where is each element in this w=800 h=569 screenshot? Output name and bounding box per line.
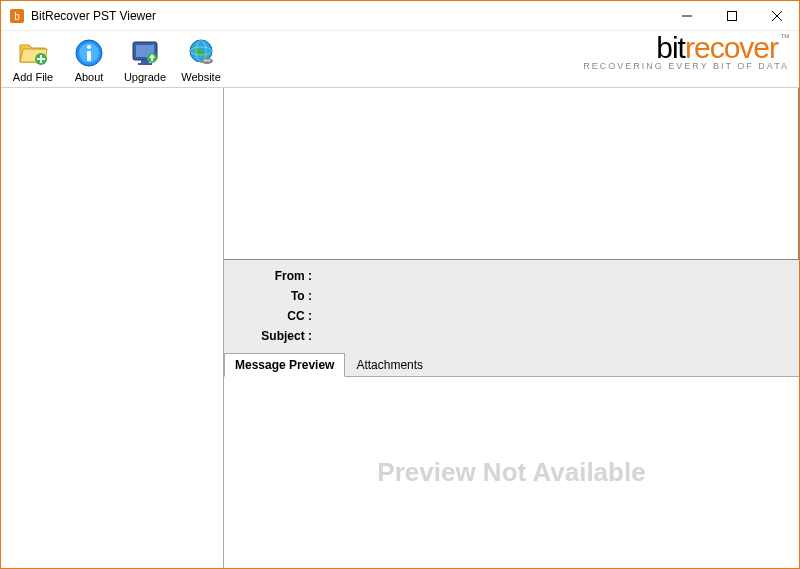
close-button[interactable] xyxy=(754,1,799,30)
brand-tagline: RECOVERING EVERY BIT OF DATA xyxy=(583,61,789,71)
to-value xyxy=(316,286,799,306)
brand-logo: bitrecover™ RECOVERING EVERY BIT OF DATA xyxy=(583,33,789,71)
brand-recover: recover xyxy=(685,31,778,64)
maximize-button[interactable] xyxy=(709,1,754,30)
subject-value xyxy=(316,326,799,346)
website-button[interactable]: Website xyxy=(173,35,229,83)
to-label: To : xyxy=(224,286,316,306)
toolbar: Add File About Upgrade xyxy=(1,31,799,87)
svg-rect-23 xyxy=(203,59,211,62)
upgrade-label: Upgrade xyxy=(124,71,166,83)
info-icon xyxy=(73,37,105,69)
cc-value xyxy=(316,306,799,326)
svg-rect-12 xyxy=(87,51,91,61)
brand-bit: bit xyxy=(656,31,685,64)
tabs: Message Preview Attachments xyxy=(224,352,799,377)
title-bar: b BitRecover PST Viewer xyxy=(1,1,799,31)
from-value xyxy=(316,266,799,286)
from-label: From : xyxy=(224,266,316,286)
svg-rect-16 xyxy=(138,63,152,65)
main-area: From : To : CC : Subject : Message Previ… xyxy=(1,87,799,568)
preview-panel: Preview Not Available xyxy=(224,377,799,568)
svg-text:b: b xyxy=(14,11,20,22)
about-button[interactable]: About xyxy=(61,35,117,83)
website-label: Website xyxy=(181,71,221,83)
subject-label: Subject : xyxy=(224,326,316,346)
from-row: From : xyxy=(224,266,799,286)
to-row: To : xyxy=(224,286,799,306)
message-headers: From : To : CC : Subject : xyxy=(224,260,799,352)
folder-add-icon xyxy=(17,37,49,69)
window-title: BitRecover PST Viewer xyxy=(31,9,664,23)
svg-point-11 xyxy=(87,45,91,49)
add-file-button[interactable]: Add File xyxy=(5,35,61,83)
right-panel: From : To : CC : Subject : Message Previ… xyxy=(224,88,799,568)
cc-row: CC : xyxy=(224,306,799,326)
upgrade-button[interactable]: Upgrade xyxy=(117,35,173,83)
minimize-button[interactable] xyxy=(664,1,709,30)
add-file-label: Add File xyxy=(13,71,53,83)
message-list-panel[interactable] xyxy=(224,88,799,260)
subject-row: Subject : xyxy=(224,326,799,346)
preview-placeholder: Preview Not Available xyxy=(377,457,645,488)
globe-icon xyxy=(185,37,217,69)
app-icon: b xyxy=(9,8,25,24)
tab-message-preview[interactable]: Message Preview xyxy=(224,353,345,377)
brand-tm: ™ xyxy=(780,32,789,43)
tab-attachments[interactable]: Attachments xyxy=(345,353,434,377)
svg-rect-3 xyxy=(727,11,736,20)
upgrade-icon xyxy=(129,37,161,69)
about-label: About xyxy=(75,71,104,83)
folder-tree-panel[interactable] xyxy=(1,88,224,568)
cc-label: CC : xyxy=(224,306,316,326)
